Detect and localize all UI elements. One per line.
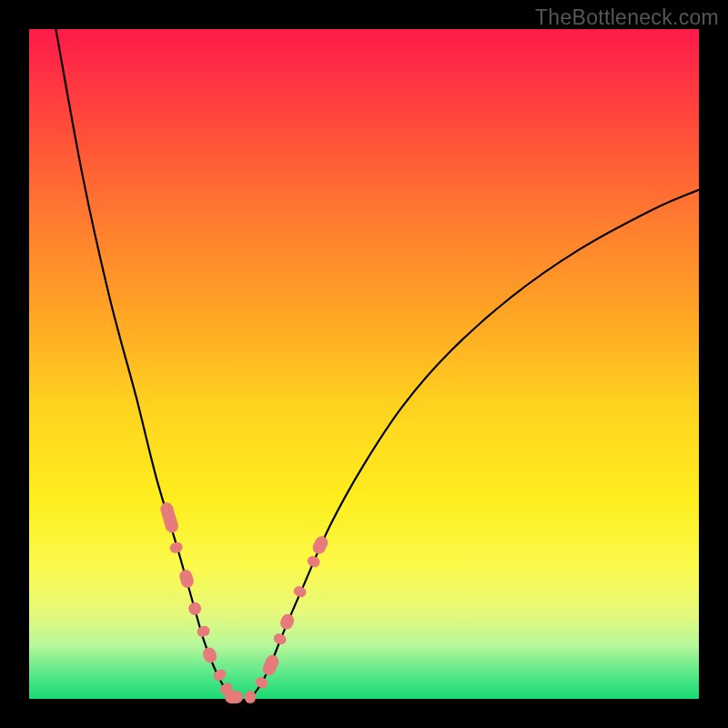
data-marker [177,568,195,589]
data-marker [225,691,243,703]
data-marker [278,612,297,632]
data-marker [212,668,228,683]
data-marker [310,534,329,556]
marker-layer [29,29,699,699]
data-marker [196,625,211,639]
data-marker [260,653,280,678]
data-marker [159,501,180,535]
outer-frame: TheBottleneck.com [0,0,728,728]
plot-area [29,29,699,699]
data-marker [169,541,185,555]
watermark-text: TheBottleneck.com [535,5,719,30]
data-marker [201,646,219,665]
data-marker [292,584,308,599]
data-marker [306,554,321,569]
data-marker [272,632,288,646]
data-marker [187,601,203,617]
data-marker [254,674,270,690]
data-marker [245,691,255,703]
